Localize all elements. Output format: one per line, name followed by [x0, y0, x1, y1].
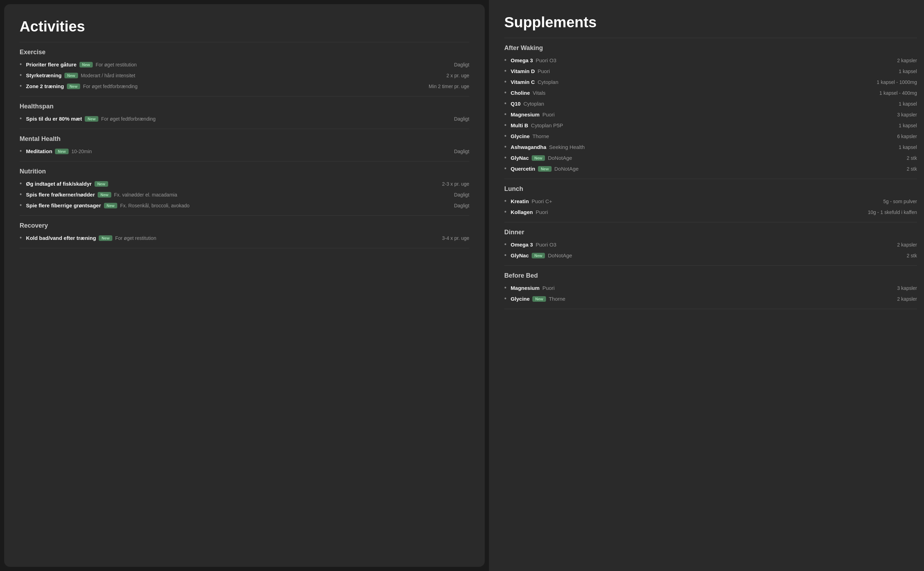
- new-badge: New: [94, 181, 108, 187]
- bullet-icon: •: [505, 198, 506, 205]
- supplement-dose: 2 kapsler: [897, 58, 917, 63]
- supplement-name: Vitamin D: [511, 68, 535, 74]
- supplement-name: Magnesium: [511, 285, 540, 291]
- supplement-name: Vitamin C: [511, 79, 535, 85]
- supplement-dose: 1 kapsel - 1000mg: [877, 79, 917, 85]
- activity-name: Spis flere frø/kerner/nødder: [26, 191, 95, 198]
- new-badge: New: [538, 166, 552, 172]
- bullet-icon: •: [20, 234, 22, 242]
- bullet-icon: •: [505, 144, 506, 151]
- supplement-dose: 2 stk: [907, 166, 917, 172]
- supplement-name: GlyNac: [511, 253, 529, 258]
- supplement-name: Q10: [511, 101, 520, 106]
- supplement-item: •AshwagandhaSeeking Health1 kapsel: [505, 144, 917, 151]
- supplement-dose: 1 kapsel: [899, 144, 917, 150]
- activity-name: Zone 2 træning: [26, 83, 64, 89]
- bullet-icon: •: [505, 295, 506, 302]
- supplement-brand: Thorne: [549, 296, 566, 302]
- supplement-brand: Puori C+: [532, 198, 552, 204]
- bullet-icon: •: [20, 180, 22, 187]
- supplement-brand: Thorne: [532, 133, 549, 139]
- bullet-icon: •: [505, 241, 506, 248]
- supplement-brand: Cytoplan: [538, 79, 558, 85]
- activity-name: Spis til du er 80% mæt: [26, 116, 82, 122]
- supplement-dose: 1 kapsel: [899, 68, 917, 74]
- supplement-item: •MagnesiumPuori3 kapsler: [505, 284, 917, 292]
- activity-freq: Dagligt: [454, 149, 469, 154]
- bullet-icon: •: [505, 284, 506, 292]
- activity-freq: 3-4 x pr. uge: [442, 235, 469, 241]
- supplement-dose: 1 kapsel: [899, 123, 917, 128]
- supplement-dose: 2 kapsler: [897, 296, 917, 302]
- activity-section-2: Mental Health: [20, 135, 469, 143]
- activity-freq: 2-3 x pr. uge: [442, 181, 469, 187]
- supplement-dose: 1 kapsel - 400mg: [879, 90, 917, 96]
- activity-item: •Spis flere frø/kerner/nødderNewFx. valn…: [20, 191, 469, 198]
- supplement-name: Omega 3: [511, 57, 533, 63]
- supplement-name: Glycine: [511, 133, 529, 139]
- supplements-title: Supplements: [505, 14, 917, 31]
- section-divider: [20, 129, 469, 129]
- bullet-icon: •: [505, 252, 506, 259]
- activity-section-1: Healthspan: [20, 103, 469, 110]
- bullet-icon: •: [505, 154, 506, 162]
- activity-desc: For øget restitution: [115, 235, 156, 241]
- supplement-brand: Puori O3: [536, 242, 556, 248]
- bullet-icon: •: [505, 100, 506, 107]
- activity-desc: Moderart / hård intensitet: [81, 73, 135, 78]
- bullet-icon: •: [20, 191, 22, 198]
- supplement-item: •CholineVitals1 kapsel - 400mg: [505, 89, 917, 97]
- new-badge: New: [67, 83, 80, 89]
- supplement-dose: 10g - 1 skefuld i kaffen: [868, 210, 917, 215]
- supplement-name: Omega 3: [511, 242, 533, 248]
- activities-title: Activities: [20, 18, 469, 35]
- supplement-item: •Multi BCytoplan P5P1 kapsel: [505, 122, 917, 129]
- supplement-name: Quercetin: [511, 166, 535, 172]
- supplement-dose: 1 kapsel: [899, 101, 917, 106]
- supplement-dose: 6 kapsler: [897, 134, 917, 139]
- activity-desc: 10-20min: [71, 149, 92, 154]
- activity-freq: Dagligt: [454, 62, 469, 68]
- bullet-icon: •: [505, 133, 506, 140]
- activity-name: Øg indtaget af fisk/skaldyr: [26, 181, 92, 187]
- supplement-dose: 2 stk: [907, 155, 917, 161]
- supplement-item: •MagnesiumPuori3 kapsler: [505, 111, 917, 118]
- supplement-name: Choline: [511, 90, 530, 96]
- activity-section-3: Nutrition: [20, 168, 469, 175]
- bullet-icon: •: [505, 208, 506, 216]
- bullet-icon: •: [20, 72, 22, 79]
- activity-name: Kold bad/vand efter træning: [26, 235, 96, 241]
- activities-container: Exercise•Prioriter flere gåtureNewFor øg…: [20, 49, 469, 248]
- supplement-item: •Vitamin DPuori1 kapsel: [505, 68, 917, 75]
- bullet-icon: •: [20, 202, 22, 209]
- bullet-icon: •: [20, 115, 22, 122]
- bullet-icon: •: [20, 61, 22, 68]
- activity-item: •Prioriter flere gåtureNewFor øget resti…: [20, 61, 469, 68]
- supplement-brand: DoNotAge: [548, 253, 572, 258]
- bullet-icon: •: [20, 83, 22, 90]
- supplement-item: •GlyNacNewDoNotAge2 stk: [505, 252, 917, 259]
- bullet-icon: •: [505, 111, 506, 118]
- supplement-brand: Puori: [543, 111, 555, 117]
- supplement-dose: 3 kapsler: [897, 286, 917, 291]
- new-badge: New: [85, 116, 98, 122]
- new-badge: New: [98, 192, 111, 198]
- supplement-name: Magnesium: [511, 111, 540, 117]
- activity-name: Prioriter flere gåture: [26, 62, 76, 68]
- activity-freq: Dagligt: [454, 203, 469, 208]
- activity-name: Spie flere fiberrige grøntsager: [26, 202, 101, 208]
- activity-item: •Spie flere fiberrige grøntsagerNewFx. R…: [20, 202, 469, 209]
- activity-name: Styrketræning: [26, 73, 62, 78]
- supplement-brand: Puori: [538, 68, 550, 74]
- supplement-item: •KollagenPuori10g - 1 skefuld i kaffen: [505, 208, 917, 216]
- section-divider: [20, 248, 469, 248]
- supplement-item: •Vitamin CCytoplan1 kapsel - 1000mg: [505, 78, 917, 86]
- new-badge: New: [55, 149, 69, 154]
- supplement-name: Kreatin: [511, 198, 529, 204]
- supplement-brand: Vitals: [533, 90, 545, 96]
- activity-desc: For øget restitution: [96, 62, 137, 68]
- activity-freq: 2 x pr. uge: [446, 73, 469, 78]
- activity-item: •Spis til du er 80% mætNewFor øget fedtf…: [20, 115, 469, 122]
- supp-section-3: Before Bed: [505, 272, 917, 279]
- activity-section-0: Exercise: [20, 49, 469, 56]
